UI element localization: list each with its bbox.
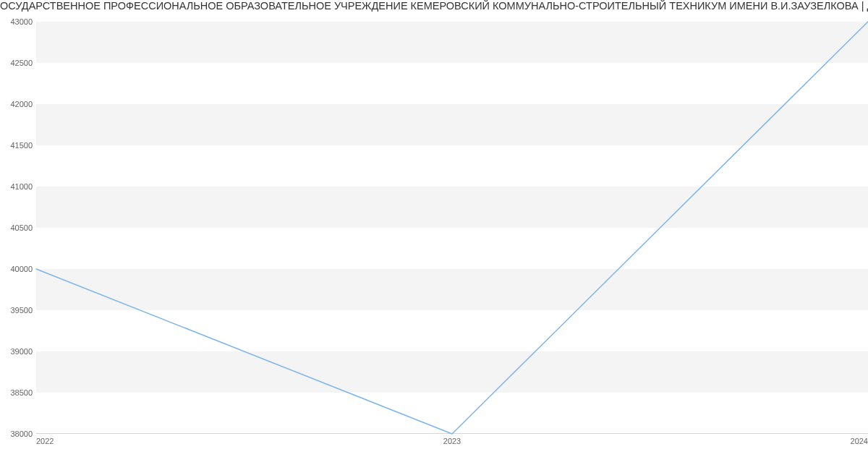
y-tick-label: 39000 (4, 347, 33, 356)
x-tick-label: 2024 (851, 434, 868, 445)
y-tick-label: 40500 (4, 223, 33, 232)
y-tick-label: 43000 (4, 17, 33, 26)
line-series (36, 22, 868, 434)
y-tick-label: 38000 (4, 430, 33, 438)
x-tick-label: 2022 (36, 434, 54, 445)
chart-title: ОСУДАРСТВЕННОЕ ПРОФЕССИОНАЛЬНОЕ ОБРАЗОВА… (0, 0, 868, 16)
x-tick-label: 2023 (443, 434, 461, 445)
y-tick-label: 41000 (4, 182, 33, 191)
plot-area: 3800038500390003950040000405004100041500… (36, 22, 868, 434)
y-tick-label: 40000 (4, 265, 33, 273)
y-tick-label: 42000 (4, 100, 33, 108)
y-tick-label: 39500 (4, 306, 33, 315)
chart-container: ОСУДАРСТВЕННОЕ ПРОФЕССИОНАЛЬНОЕ ОБРАЗОВА… (0, 0, 868, 470)
y-tick-label: 38500 (4, 388, 33, 397)
y-tick-label: 41500 (4, 141, 33, 150)
y-tick-label: 42500 (4, 59, 33, 67)
